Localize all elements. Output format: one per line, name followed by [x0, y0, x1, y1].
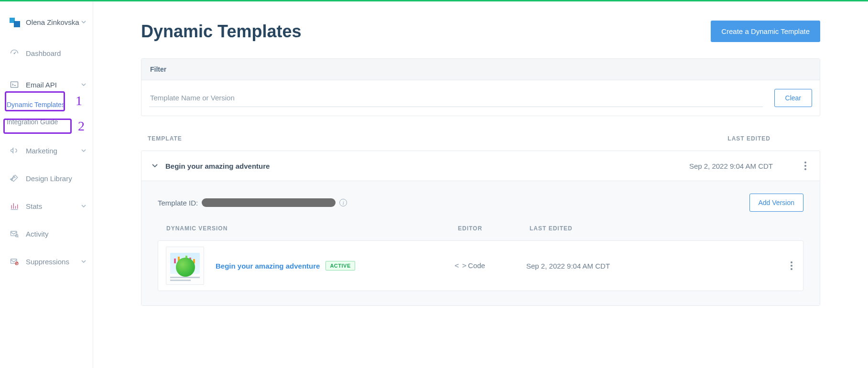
page-title: Dynamic Templates — [141, 22, 301, 42]
terminal-icon — [10, 80, 19, 89]
chevron-down-icon — [81, 260, 86, 263]
clear-button[interactable]: Clear — [774, 89, 812, 107]
column-header-dynamic-version: DYNAMIC VERSION — [166, 225, 458, 232]
template-list: Begin your amazing adventure Sep 2, 2022… — [141, 151, 820, 306]
add-version-button[interactable]: Add Version — [749, 194, 804, 212]
version-actions-menu[interactable] — [788, 259, 795, 273]
version-last-edited: Sep 2, 2022 9:04 AM CDT — [526, 262, 788, 270]
sidebar-item-label: Email API — [26, 81, 57, 89]
main-content: Dynamic Templates Create a Dynamic Templ… — [93, 1, 868, 368]
annotation-number-2: 2 — [78, 119, 85, 134]
sidebar-item-activity[interactable]: Activity — [0, 222, 93, 245]
user-name: Olena Zinkovska — [26, 18, 79, 26]
sidebar-item-email-api[interactable]: Email API — [0, 73, 93, 96]
column-header-template: TEMPLATE — [148, 135, 182, 142]
sidebar-item-design-library[interactable]: Design Library — [0, 167, 93, 190]
megaphone-icon — [10, 146, 19, 155]
bar-chart-icon — [10, 201, 19, 211]
svg-point-0 — [14, 53, 15, 54]
sidebar-item-label: Design Library — [26, 174, 72, 183]
ruler-pencil-icon — [10, 173, 19, 183]
envelope-search-icon — [10, 229, 19, 238]
sidebar-item-label: Suppressions — [26, 258, 69, 266]
sidebar-item-dashboard[interactable]: Dashboard — [0, 42, 93, 65]
sidebar-item-label: Integration Guide — [7, 118, 58, 126]
sidebar-item-label: Dynamic Templates — [7, 101, 65, 108]
template-row[interactable]: Begin your amazing adventure Sep 2, 2022… — [141, 151, 820, 181]
chevron-down-icon — [81, 205, 86, 207]
chevron-down-icon — [152, 164, 158, 168]
template-last-edited: Sep 2, 2022 9:04 AM CDT — [689, 162, 773, 170]
sidebar-item-label: Activity — [26, 230, 49, 238]
column-header-last-edited: LAST EDITED — [727, 135, 770, 142]
template-table-header: TEMPLATE LAST EDITED — [141, 135, 820, 151]
column-header-last-edited: LAST EDITED — [530, 225, 795, 232]
active-badge: ACTIVE — [326, 261, 355, 271]
info-icon[interactable]: i — [339, 199, 347, 206]
sidebar-item-label: Marketing — [26, 147, 57, 155]
version-table-header: DYNAMIC VERSION EDITOR LAST EDITED — [158, 225, 803, 240]
envelope-block-icon — [10, 257, 19, 266]
sidebar-item-marketing[interactable]: Marketing — [0, 139, 93, 162]
template-id-value-redacted — [202, 198, 336, 207]
chevron-down-icon — [81, 149, 86, 152]
version-row[interactable]: Begin your amazing adventure ACTIVE < >C… — [158, 240, 803, 291]
filter-input[interactable] — [149, 89, 763, 107]
chevron-down-icon — [81, 83, 86, 86]
filter-header: Filter — [141, 59, 820, 80]
code-icon: < > — [455, 261, 466, 270]
sidebar-item-label: Stats — [26, 202, 42, 210]
template-expanded-panel: Template ID: i Add Version DYNAMIC VERSI… — [141, 181, 820, 305]
create-template-button[interactable]: Create a Dynamic Template — [711, 21, 820, 42]
sidebar-item-suppressions[interactable]: Suppressions — [0, 250, 93, 273]
sidebar: Olena Zinkovska Dashboard Email API Dyna… — [0, 1, 93, 368]
sidebar-item-stats[interactable]: Stats — [0, 195, 93, 217]
version-thumbnail — [166, 247, 204, 285]
chevron-down-icon — [81, 21, 86, 23]
sidebar-item-label: Dashboard — [26, 49, 61, 57]
annotation-number-1: 1 — [76, 93, 82, 108]
version-name-link[interactable]: Begin your amazing adventure — [216, 262, 320, 270]
column-header-editor: EDITOR — [458, 225, 530, 232]
gauge-icon — [10, 48, 19, 58]
template-name: Begin your amazing adventure — [165, 162, 270, 170]
version-editor-cell: < >Code — [455, 261, 526, 270]
template-actions-menu[interactable] — [802, 159, 809, 173]
user-menu[interactable]: Olena Zinkovska — [0, 11, 93, 42]
filter-panel: Filter Clear — [141, 58, 820, 116]
template-id-label: Template ID: — [158, 199, 198, 207]
svg-rect-1 — [11, 82, 18, 87]
version-editor-label: Code — [468, 261, 485, 270]
brand-logo-icon — [10, 17, 20, 27]
